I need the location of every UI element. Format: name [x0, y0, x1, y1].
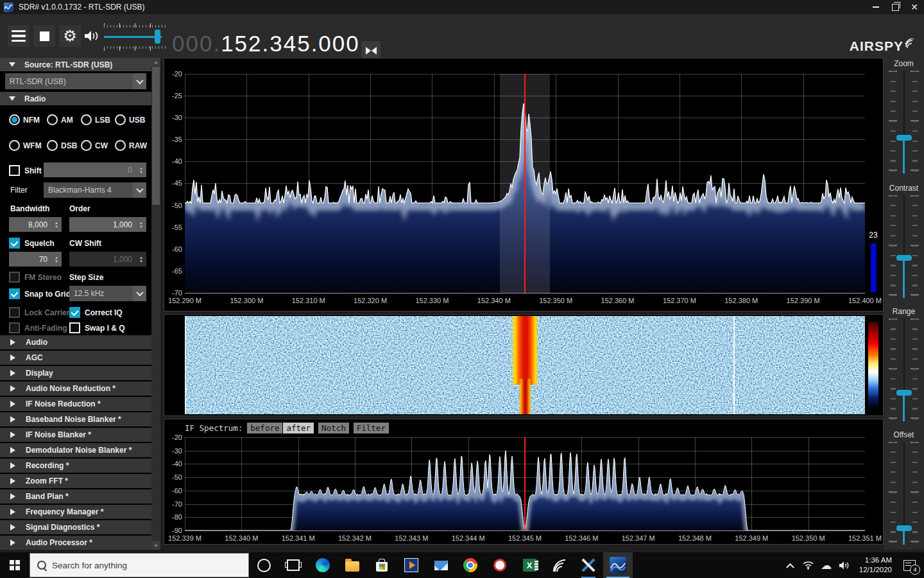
swap-iq-control[interactable]: Swap I & Q — [69, 322, 125, 333]
stop-button[interactable] — [33, 25, 55, 47]
mode-radio-cw[interactable]: CW — [81, 140, 108, 151]
edge-button[interactable] — [308, 552, 338, 578]
zoom-slider[interactable] — [889, 71, 919, 173]
spinner-icons[interactable]: ▲▼ — [136, 166, 146, 174]
mode-radio-am[interactable]: AM — [47, 114, 73, 125]
slider-thumb[interactable] — [896, 525, 912, 531]
mode-radio-wfm[interactable]: WFM — [9, 140, 42, 151]
sidebar-section-audio[interactable]: Audio — [0, 335, 151, 349]
sidebar-section-audio-processor[interactable]: Audio Processor * — [0, 536, 151, 550]
taskbar-clock[interactable]: 1:36 AM 12/1/2020 — [855, 556, 896, 575]
if-after-button[interactable]: after — [283, 423, 314, 434]
shift-input[interactable]: 0 ▲▼ — [44, 162, 146, 177]
slider-thumb[interactable] — [896, 135, 912, 141]
sidebar-section-if-noise-blanker[interactable]: IF Noise Blanker * — [0, 428, 151, 442]
mail-button[interactable] — [426, 552, 456, 578]
squelch-checkbox[interactable] — [9, 238, 20, 249]
sidebar-section-band-plan[interactable]: Band Plan * — [0, 489, 151, 504]
slider-track[interactable] — [900, 71, 907, 173]
mode-radio-raw[interactable]: RAW — [115, 140, 147, 151]
file-explorer-button[interactable] — [338, 552, 367, 578]
signal-app-button[interactable] — [544, 552, 574, 578]
if-spectrum-plot[interactable] — [185, 437, 865, 531]
tuned-frequency-line[interactable] — [524, 74, 526, 293]
sdrsharp-taskbar-button[interactable] — [603, 552, 633, 578]
range-slider[interactable] — [889, 319, 919, 421]
onedrive-button[interactable]: ☁ — [819, 552, 834, 578]
slider-track[interactable] — [900, 319, 907, 421]
shift-checkbox[interactable] — [9, 165, 20, 176]
close-button[interactable]: ✕ — [905, 0, 924, 14]
sidebar-section-frequency-manager[interactable]: Frequency Manager * — [0, 505, 151, 519]
x-app-button[interactable] — [574, 552, 603, 578]
mode-radio-nfm[interactable]: NFM — [9, 114, 40, 125]
scroll-up-icon[interactable]: ▲ — [151, 58, 160, 66]
slider-thumb[interactable] — [896, 255, 912, 261]
sidebar-section-signal-diagnostics[interactable]: Signal Diagnostics * — [0, 520, 151, 534]
correct-iq-control[interactable]: Correct IQ — [69, 307, 123, 318]
sidebar-scrollbar[interactable]: ▲ ▼ — [151, 58, 160, 550]
if-filter-button[interactable]: Filter — [354, 423, 389, 434]
sidebar-section-zoom-fft[interactable]: Zoom FFT * — [0, 474, 151, 488]
mute-button[interactable] — [81, 25, 103, 47]
offset-slider[interactable] — [889, 442, 919, 545]
snap-to-grid-control[interactable]: Snap to Grid — [9, 288, 71, 299]
taskbar-search-input[interactable]: Search for anything — [30, 553, 249, 577]
network-button[interactable] — [801, 552, 816, 578]
sidebar-section-recording[interactable]: Recording * — [0, 459, 151, 473]
browser-red-button[interactable] — [485, 552, 515, 578]
spinner-icons[interactable]: ▲▼ — [51, 221, 62, 229]
restore-button[interactable] — [886, 0, 905, 14]
task-view-button[interactable] — [278, 552, 308, 578]
sidebar-section-if-noise-reduction[interactable]: IF Noise Reduction * — [0, 397, 151, 411]
volume-thumb[interactable] — [155, 30, 160, 44]
squelch-input[interactable]: 70 ▲▼ — [9, 252, 62, 267]
swap-iq-checkbox[interactable] — [69, 322, 80, 333]
sidebar-section-audio-noise-reduction[interactable]: Audio Noise Reduction * — [0, 381, 151, 396]
menu-button[interactable] — [8, 25, 30, 47]
slider-track[interactable] — [900, 442, 907, 545]
volume-slider[interactable] — [104, 28, 166, 46]
source-section-header[interactable]: Source: RTL-SDR (USB) — [0, 58, 151, 71]
step-size-dropdown[interactable]: 12.5 kHz — [69, 286, 146, 301]
movies-tv-button[interactable] — [397, 552, 426, 578]
spinner-icons[interactable]: ▲▼ — [136, 221, 146, 229]
start-button[interactable] — [0, 552, 30, 578]
minimize-button[interactable] — [866, 0, 886, 14]
sidebar-section-baseband-noise-blanker[interactable]: Baseband Noise Blanker * — [0, 412, 151, 426]
excel-button[interactable]: X — [515, 552, 544, 578]
chrome-button[interactable] — [456, 552, 485, 578]
snap-to-grid-checkbox[interactable] — [9, 288, 20, 299]
volume-tray-button[interactable] — [837, 552, 851, 578]
radio-section-header[interactable]: Radio — [0, 92, 151, 105]
slider-thumb[interactable] — [896, 390, 912, 396]
scroll-down-icon[interactable]: ▼ — [151, 541, 160, 550]
squelch-control[interactable]: Squelch — [9, 238, 55, 249]
cortana-button[interactable] — [249, 552, 278, 578]
filter-dropdown[interactable]: Blackman-Harris 4 — [44, 182, 146, 198]
store-button[interactable] — [367, 552, 397, 578]
bandwidth-input[interactable]: 8,000 ▲▼ — [9, 217, 62, 232]
order-input[interactable]: 1,000 ▲▼ — [69, 217, 146, 232]
action-center-button[interactable]: 4 — [900, 552, 919, 578]
if-notch-button[interactable]: Notch — [318, 423, 349, 434]
settings-button[interactable]: ⚙ — [59, 25, 81, 47]
frequency-display[interactable]: 000.152.345.000 — [172, 32, 360, 55]
scrollbar-thumb[interactable] — [152, 67, 160, 205]
correct-iq-checkbox[interactable] — [69, 307, 80, 318]
spinner-icons[interactable]: ▲▼ — [51, 256, 62, 263]
hidden-icons-button[interactable] — [783, 552, 798, 578]
sidebar-section-display[interactable]: Display — [0, 366, 151, 380]
slider-track[interactable] — [900, 195, 907, 298]
sidebar-section-demodulator-noise-blanker[interactable]: Demodulator Noise Blanker * — [0, 443, 151, 457]
contrast-slider[interactable] — [889, 195, 919, 298]
spectrum-plot[interactable] — [185, 74, 865, 293]
if-before-button[interactable]: before — [247, 423, 282, 434]
sidebar-section-agc[interactable]: AGC — [0, 351, 151, 365]
shift-control[interactable]: Shift — [9, 165, 42, 176]
mode-radio-usb[interactable]: USB — [115, 114, 145, 125]
source-device-dropdown[interactable]: RTL-SDR (USB) — [5, 73, 146, 89]
mode-radio-dsb[interactable]: DSB — [47, 140, 77, 151]
waterfall-display[interactable] — [185, 316, 865, 414]
mode-radio-lsb[interactable]: LSB — [81, 114, 110, 125]
